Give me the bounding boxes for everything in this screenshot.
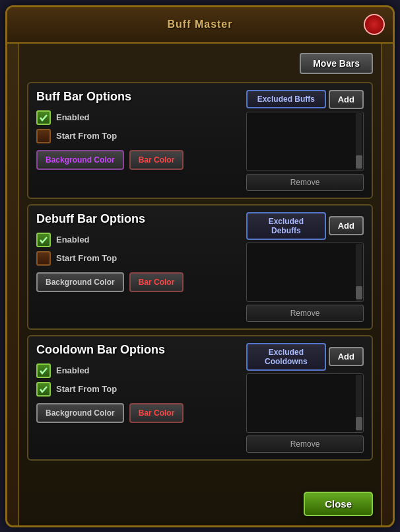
main-window: Buff Master Move Bars Buff Bar Options — [5, 5, 395, 527]
cooldown-startfromtop-checkbox[interactable] — [36, 382, 51, 397]
buff-add-button[interactable]: Add — [329, 90, 364, 109]
buff-background-color-button[interactable]: Background Color — [36, 150, 124, 170]
cooldown-excluded-list — [246, 373, 364, 433]
buff-bar-left: Buff Bar Options Enabled Start From Top — [36, 90, 240, 191]
buff-enabled-checkbox[interactable] — [36, 110, 51, 125]
window-title: Buff Master — [167, 19, 232, 30]
toolbar: Move Bars — [27, 50, 373, 77]
cooldown-excluded-button[interactable]: Excluded Cooldowns — [246, 343, 326, 371]
cooldown-bar-inner: Cooldown Bar Options Enabled — [36, 343, 364, 453]
buff-startfromtop-row: Start From Top — [36, 129, 240, 143]
cooldown-bar-title: Cooldown Bar Options — [36, 343, 240, 357]
debuff-scrollbar-track — [356, 244, 362, 301]
cooldown-bar-color-button[interactable]: Bar Color — [129, 403, 184, 423]
buff-bar-title: Buff Bar Options — [36, 90, 240, 104]
window-gem-close[interactable] — [364, 14, 385, 35]
footer-bar: Close — [27, 488, 373, 519]
titlebar: Buff Master — [7, 7, 393, 44]
debuff-color-buttons: Background Color Bar Color — [36, 272, 240, 292]
debuff-enabled-checkbox[interactable] — [36, 233, 51, 247]
buff-scrollbar-thumb[interactable] — [356, 155, 362, 169]
debuff-excluded-header: Excluded Debuffs Add — [246, 212, 364, 240]
cooldown-add-button[interactable]: Add — [329, 347, 364, 366]
cooldown-enabled-row: Enabled — [36, 363, 240, 378]
debuff-background-color-button[interactable]: Background Color — [36, 272, 124, 292]
buff-enabled-row: Enabled — [36, 110, 240, 125]
debuff-startfromtop-row: Start From Top — [36, 251, 240, 266]
buff-enabled-label: Enabled — [56, 112, 90, 122]
debuff-bar-color-button[interactable]: Bar Color — [129, 272, 184, 292]
buff-bar-inner: Buff Bar Options Enabled Start From Top — [36, 90, 364, 191]
cooldown-enabled-checkbox[interactable] — [36, 363, 51, 378]
debuff-bar-title: Debuff Bar Options — [36, 212, 240, 226]
cooldown-scrollbar-thumb[interactable] — [356, 417, 362, 430]
buff-bar-right: Excluded Buffs Add Remove — [246, 90, 364, 191]
debuff-enabled-row: Enabled — [36, 233, 240, 247]
buff-startfromtop-label: Start From Top — [56, 131, 117, 141]
cooldown-startfromtop-row: Start From Top — [36, 382, 240, 397]
cooldown-remove-button[interactable]: Remove — [246, 436, 364, 453]
debuff-bar-inner: Debuff Bar Options Enabled Start From To… — [36, 212, 364, 322]
buff-color-buttons: Background Color Bar Color — [36, 150, 240, 170]
cooldown-scrollbar-track — [356, 375, 362, 432]
move-bars-button[interactable]: Move Bars — [300, 53, 373, 74]
cooldown-startfromtop-label: Start From Top — [56, 384, 117, 394]
debuff-excluded-list — [246, 243, 364, 302]
debuff-bar-section: Debuff Bar Options Enabled Start From To… — [27, 204, 373, 330]
debuff-enabled-label: Enabled — [56, 235, 90, 245]
debuff-scrollbar-thumb[interactable] — [356, 286, 362, 299]
check-icon — [39, 366, 48, 375]
debuff-remove-button[interactable]: Remove — [246, 305, 364, 322]
debuff-add-button[interactable]: Add — [329, 216, 364, 235]
cooldown-bar-right: Excluded Cooldowns Add Remove — [246, 343, 364, 453]
buff-excluded-list — [246, 112, 364, 171]
debuff-startfromtop-checkbox[interactable] — [36, 251, 51, 266]
check-icon — [39, 385, 48, 394]
debuff-bar-left: Debuff Bar Options Enabled Start From To… — [36, 212, 240, 322]
debuff-startfromtop-label: Start From Top — [56, 253, 117, 263]
debuff-excluded-button[interactable]: Excluded Debuffs — [246, 212, 326, 240]
cooldown-background-color-button[interactable]: Background Color — [36, 403, 124, 423]
cooldown-enabled-label: Enabled — [56, 365, 90, 375]
check-icon — [39, 113, 48, 122]
close-button[interactable]: Close — [304, 492, 373, 516]
right-decoration — [381, 44, 393, 527]
buff-excluded-header: Excluded Buffs Add — [246, 90, 364, 109]
cooldown-bar-section: Cooldown Bar Options Enabled — [27, 335, 373, 461]
buff-excluded-button[interactable]: Excluded Buffs — [246, 90, 326, 108]
cooldown-excluded-header: Excluded Cooldowns Add — [246, 343, 364, 371]
cooldown-bar-left: Cooldown Bar Options Enabled — [36, 343, 240, 453]
window-content: Move Bars Buff Bar Options Enabled — [19, 44, 381, 525]
check-icon — [39, 235, 48, 245]
cooldown-color-buttons: Background Color Bar Color — [36, 403, 240, 423]
buff-startfromtop-checkbox[interactable] — [36, 129, 51, 143]
left-decoration — [7, 44, 19, 527]
buff-scrollbar-track — [356, 113, 362, 170]
buff-bar-section: Buff Bar Options Enabled Start From Top — [27, 82, 373, 199]
buff-bar-color-button[interactable]: Bar Color — [129, 150, 184, 170]
debuff-bar-right: Excluded Debuffs Add Remove — [246, 212, 364, 322]
buff-remove-button[interactable]: Remove — [246, 174, 364, 191]
